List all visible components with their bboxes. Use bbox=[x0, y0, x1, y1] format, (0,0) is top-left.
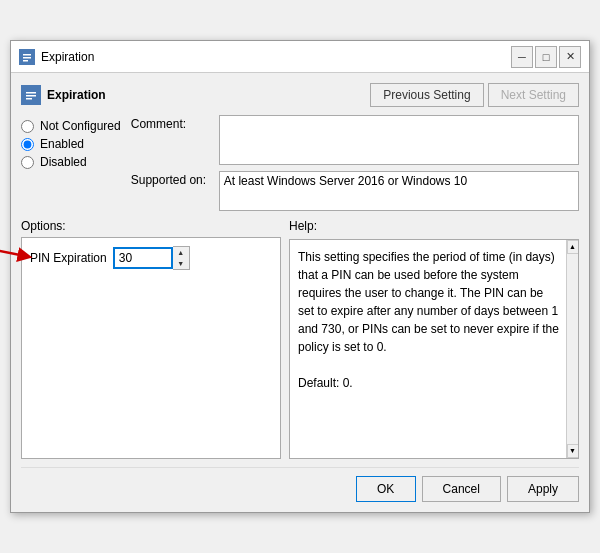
pin-expiration-row: PIN Expiration ▲ ▼ bbox=[30, 246, 272, 270]
header-row: Expiration Previous Setting Next Setting bbox=[21, 83, 579, 107]
close-button[interactable]: ✕ bbox=[559, 46, 581, 68]
maximize-button[interactable]: □ bbox=[535, 46, 557, 68]
radio-disabled[interactable]: Disabled bbox=[21, 155, 121, 169]
radio-not-configured[interactable]: Not Configured bbox=[21, 119, 121, 133]
svg-rect-2 bbox=[23, 57, 31, 59]
cancel-button[interactable]: Cancel bbox=[422, 476, 501, 502]
help-label: Help: bbox=[289, 219, 579, 233]
help-box: This setting specifies the period of tim… bbox=[289, 239, 579, 459]
right-panel: Help: This setting specifies the period … bbox=[289, 219, 579, 459]
help-text: This setting specifies the period of tim… bbox=[298, 248, 564, 392]
window-body: Expiration Previous Setting Next Setting… bbox=[11, 73, 589, 512]
right-fields: Comment: Supported on: At least Windows … bbox=[131, 115, 579, 211]
comment-label: Comment: bbox=[131, 115, 211, 131]
supported-label: Supported on: bbox=[131, 171, 211, 187]
comment-field[interactable] bbox=[219, 115, 579, 165]
scrollbar[interactable]: ▲ ▼ bbox=[566, 240, 578, 458]
svg-rect-3 bbox=[23, 60, 28, 62]
spinner-buttons: ▲ ▼ bbox=[173, 246, 190, 270]
svg-rect-6 bbox=[26, 95, 36, 97]
pin-expiration-input[interactable] bbox=[113, 247, 173, 269]
main-content: Options: PIN Expiration ▲ ▼ bbox=[21, 219, 579, 459]
svg-rect-1 bbox=[23, 54, 31, 56]
header-left: Expiration bbox=[21, 85, 106, 105]
spinner-container: ▲ ▼ bbox=[113, 246, 190, 270]
scroll-down-button[interactable]: ▼ bbox=[567, 444, 579, 458]
supported-row: Supported on: At least Windows Server 20… bbox=[131, 171, 579, 211]
supported-box: At least Windows Server 2016 or Windows … bbox=[219, 171, 579, 211]
previous-setting-button[interactable]: Previous Setting bbox=[370, 83, 483, 107]
window-icon bbox=[19, 49, 35, 65]
expiration-window: Expiration ─ □ ✕ Expiration bbox=[10, 40, 590, 513]
title-bar-buttons: ─ □ ✕ bbox=[511, 46, 581, 68]
pin-expiration-label: PIN Expiration bbox=[30, 251, 107, 265]
minimize-button[interactable]: ─ bbox=[511, 46, 533, 68]
ok-button[interactable]: OK bbox=[356, 476, 416, 502]
svg-rect-7 bbox=[26, 98, 32, 100]
scroll-up-button[interactable]: ▲ bbox=[567, 240, 579, 254]
section-title: Expiration bbox=[47, 88, 106, 102]
header-buttons: Previous Setting Next Setting bbox=[370, 83, 579, 107]
comment-row: Comment: bbox=[131, 115, 579, 165]
supported-value: At least Windows Server 2016 or Windows … bbox=[224, 174, 467, 188]
top-section: Not Configured Enabled Disabled Comment: bbox=[21, 115, 579, 211]
options-label: Options: bbox=[21, 219, 281, 233]
section-icon bbox=[21, 85, 41, 105]
spinner-down-button[interactable]: ▼ bbox=[173, 258, 189, 269]
title-bar-left: Expiration bbox=[19, 49, 94, 65]
options-box: PIN Expiration ▲ ▼ bbox=[21, 237, 281, 459]
next-setting-button[interactable]: Next Setting bbox=[488, 83, 579, 107]
spinner-up-button[interactable]: ▲ bbox=[173, 247, 189, 258]
title-bar: Expiration ─ □ ✕ bbox=[11, 41, 589, 73]
radio-enabled[interactable]: Enabled bbox=[21, 137, 121, 151]
left-panel: Options: PIN Expiration ▲ ▼ bbox=[21, 219, 281, 459]
svg-line-9 bbox=[0, 243, 25, 256]
radio-group: Not Configured Enabled Disabled bbox=[21, 115, 121, 173]
svg-rect-5 bbox=[26, 92, 36, 94]
window-title: Expiration bbox=[41, 50, 94, 64]
footer: OK Cancel Apply bbox=[21, 467, 579, 502]
apply-button[interactable]: Apply bbox=[507, 476, 579, 502]
